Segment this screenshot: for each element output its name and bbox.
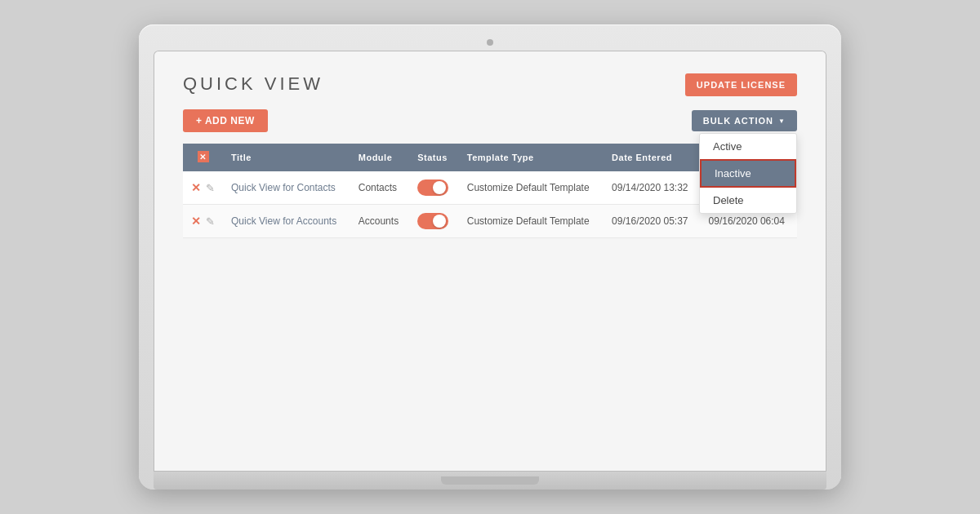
screen-content: QUICK VIEW UPDATE LICENSE + ADD NEW BULK… — [154, 51, 826, 472]
row-1-date-entered: 09/14/2020 13:32 — [604, 171, 700, 205]
row-1-template-type: Customize Default Template — [459, 171, 604, 205]
col-header-template-type: Template Type — [459, 144, 604, 171]
row-2-date-entered: 09/16/2020 05:37 — [604, 205, 700, 238]
bulk-action-dropdown: Active Inactive Delete — [699, 133, 797, 214]
row-2-edit-icon[interactable]: ✎ — [206, 215, 215, 228]
row-1-delete-icon[interactable]: ✕ — [191, 181, 201, 194]
row-1-title: Quick View for Contacts — [223, 171, 350, 205]
col-header-date-entered: Date Entered — [604, 144, 700, 171]
col-header-module: Module — [350, 144, 409, 171]
bulk-action-container: BULK ACTION Active Inactive Delete — [692, 110, 797, 131]
row-1-actions: ✕ ✎ — [183, 171, 223, 205]
toolbar: + ADD NEW BULK ACTION Active Inactive De… — [183, 109, 797, 132]
row-1-status — [409, 171, 459, 205]
row-1-status-toggle[interactable] — [417, 179, 448, 196]
row-2-action-group: ✕ ✎ — [191, 215, 215, 228]
row-2-delete-icon[interactable]: ✕ — [191, 215, 201, 228]
row-2-status-toggle[interactable] — [417, 213, 448, 229]
select-all-checkbox[interactable] — [198, 151, 209, 162]
row-1-action-group: ✕ ✎ — [191, 181, 215, 194]
bulk-action-button[interactable]: BULK ACTION — [692, 110, 797, 131]
camera — [487, 39, 493, 46]
laptop-screen: QUICK VIEW UPDATE LICENSE + ADD NEW BULK… — [154, 51, 826, 472]
dropdown-item-active[interactable]: Active — [700, 134, 796, 159]
row-2-template-type: Customize Default Template — [459, 205, 604, 238]
page-header: QUICK VIEW UPDATE LICENSE — [183, 73, 797, 96]
row-1-title-link[interactable]: Quick View for Contacts — [231, 182, 336, 193]
dropdown-item-inactive[interactable]: Inactive — [700, 159, 796, 188]
col-header-status: Status — [409, 144, 459, 171]
row-2-title-link[interactable]: Quick View for Accounts — [231, 215, 336, 227]
dropdown-item-delete[interactable]: Delete — [700, 188, 796, 213]
col-header-checkbox — [183, 144, 223, 171]
row-2-title: Quick View for Accounts — [223, 205, 350, 238]
add-new-button[interactable]: + ADD NEW — [183, 109, 268, 132]
row-2-module: Accounts — [350, 205, 409, 238]
page-title: QUICK VIEW — [183, 73, 323, 95]
laptop-base-notch — [441, 476, 539, 485]
update-license-button[interactable]: UPDATE LICENSE — [685, 73, 797, 96]
laptop-base — [154, 472, 826, 490]
row-2-status — [409, 205, 459, 238]
col-header-title: Title — [223, 144, 350, 171]
row-1-module: Contacts — [350, 171, 409, 205]
row-2-actions: ✕ ✎ — [183, 205, 223, 238]
laptop-shell: QUICK VIEW UPDATE LICENSE + ADD NEW BULK… — [139, 24, 841, 490]
row-1-edit-icon[interactable]: ✎ — [206, 182, 215, 194]
